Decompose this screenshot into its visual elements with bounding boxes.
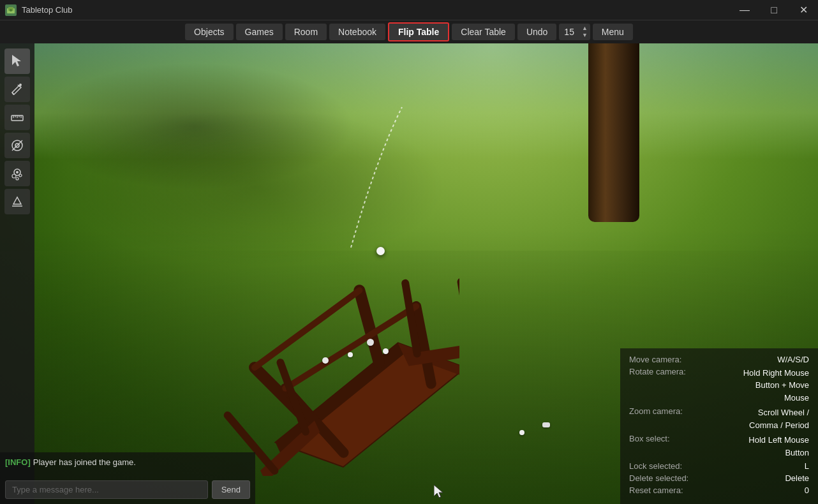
svg-line-17 [443, 282, 459, 352]
scattered-piece-1 [322, 357, 329, 364]
svg-marker-36 [13, 197, 21, 204]
svg-marker-19 [12, 55, 21, 66]
scattered-piece-2 [348, 352, 353, 357]
ctrl-rotate-value: Hold Right MouseButton + MoveMouse [696, 367, 809, 404]
svg-point-34 [16, 177, 19, 180]
trajectory-curve [300, 94, 428, 256]
svg-point-2 [10, 9, 12, 11]
app-icon [5, 4, 17, 16]
chat-input[interactable] [5, 480, 208, 499]
titlebar-controls: — □ ✕ [730, 0, 818, 20]
ctrl-rotate-label: Rotate camera: [629, 367, 686, 376]
send-button[interactable]: Send [212, 480, 250, 499]
spinner-up-button[interactable]: ▲ [579, 25, 590, 32]
ctrl-zoom-value: Scroll Wheel /Comma / Period [693, 406, 809, 431]
tool-pencil[interactable] [4, 77, 30, 102]
spinner-down-button[interactable]: ▼ [579, 32, 590, 39]
svg-point-33 [19, 174, 22, 177]
ctrl-move-camera: Move camera: W/A/S/D [629, 355, 809, 364]
menu-clear-table-button[interactable]: Clear Table [452, 24, 515, 40]
ctrl-box-label: Box select: [629, 434, 670, 443]
ctrl-lock-label: Lock selected: [629, 461, 682, 471]
chat-panel: [INFO]Player has joined the game. Send [0, 452, 255, 504]
svg-point-35 [16, 171, 19, 174]
ctrl-zoom-camera: Zoom camera: Scroll Wheel /Comma / Perio… [629, 406, 809, 431]
ground-piece-2 [519, 430, 524, 435]
tool-cursor[interactable] [4, 48, 30, 74]
chat-messages: [INFO]Player has joined the game. [5, 457, 250, 477]
ctrl-zoom-label: Zoom camera: [629, 406, 683, 416]
ctrl-box-select: Box select: Hold Left MouseButton [629, 434, 809, 459]
controls-panel: Move camera: W/A/S/D Rotate camera: Hold… [620, 348, 818, 505]
ctrl-move-label: Move camera: [629, 355, 681, 364]
ctrl-reset-label: Reset camera: [629, 485, 683, 495]
ctrl-box-value: Hold Left MouseButton [680, 434, 809, 459]
tool-erase[interactable] [4, 189, 30, 214]
titlebar-title: Tabletop Club [22, 5, 73, 15]
ground-piece-1 [542, 422, 550, 427]
chat-info-badge: [INFO] [5, 457, 31, 467]
ctrl-lock-selected: Lock selected: L [629, 461, 809, 471]
close-button[interactable]: ✕ [789, 0, 818, 20]
menu-menu-button[interactable]: Menu [593, 24, 633, 40]
menubar: Objects Games Room Notebook Flip Table C… [0, 20, 818, 43]
scattered-piece-3 [367, 339, 374, 346]
viewport[interactable]: [INFO]Player has joined the game. Send M… [0, 43, 818, 504]
svg-point-21 [19, 84, 22, 86]
ctrl-delete-label: Delete selected: [629, 473, 688, 483]
ctrl-reset-value: 0 [694, 485, 809, 495]
ctrl-delete-selected: Delete selected: Delete [629, 473, 809, 483]
svg-point-32 [12, 174, 16, 178]
menu-room-button[interactable]: Room [285, 24, 327, 40]
scattered-piece-4 [383, 348, 389, 354]
airborne-piece [376, 247, 385, 255]
ctrl-reset-camera: Reset camera: 0 [629, 485, 809, 495]
maximize-button[interactable]: □ [759, 0, 789, 20]
spinner-group: 15 ▲ ▼ [559, 24, 590, 40]
menu-objects-button[interactable]: Objects [185, 24, 233, 40]
menu-flip-table-button[interactable]: Flip Table [388, 22, 449, 41]
tool-paint[interactable] [4, 161, 30, 186]
titlebar-left: Tabletop Club [0, 4, 73, 16]
minimize-button[interactable]: — [730, 0, 759, 20]
tree-trunk [588, 43, 639, 222]
sidebar [0, 43, 34, 504]
menu-games-button[interactable]: Games [236, 24, 283, 40]
menu-notebook-button[interactable]: Notebook [329, 24, 385, 40]
tool-hidden[interactable] [4, 133, 30, 158]
spinner-arrows: ▲ ▼ [579, 25, 590, 39]
chat-input-row: Send [5, 480, 250, 499]
spinner-value: 15 [559, 24, 579, 40]
titlebar: Tabletop Club — □ ✕ [0, 0, 818, 20]
ctrl-move-value: W/A/S/D [692, 355, 809, 364]
chat-message-text: Player has joined the game. [33, 457, 136, 467]
menu-undo-button[interactable]: Undo [517, 24, 556, 40]
ctrl-delete-value: Delete [699, 473, 809, 483]
ctrl-rotate-camera: Rotate camera: Hold Right MouseButton + … [629, 367, 809, 404]
ctrl-lock-value: L [692, 461, 809, 471]
flipped-table [204, 272, 459, 478]
tool-ruler[interactable] [4, 105, 30, 130]
